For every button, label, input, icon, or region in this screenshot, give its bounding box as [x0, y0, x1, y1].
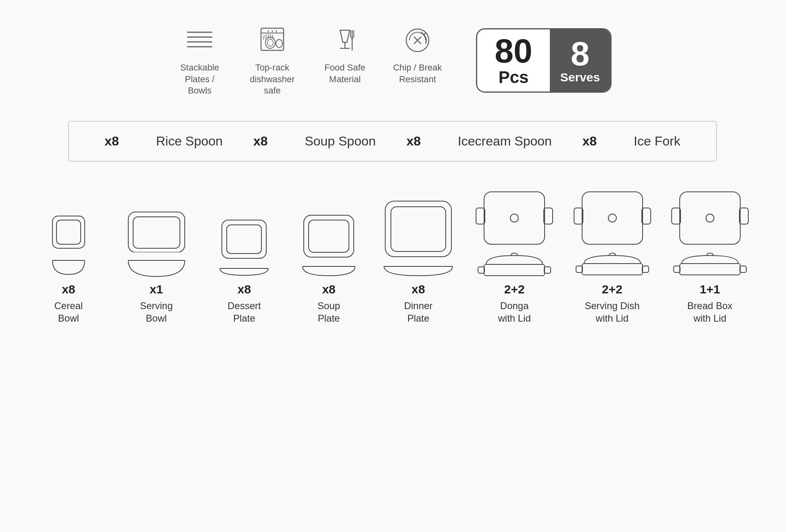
- products-section: x8 Cereal Bowl x1 Serving Bowl: [32, 186, 753, 324]
- dishwasher-icon: [256, 24, 288, 56]
- dinner-plate-name: Dinner Plate: [404, 299, 433, 324]
- svg-rect-51: [582, 264, 643, 275]
- soup-spoon-name: Soup Spoon: [305, 134, 376, 149]
- svg-rect-28: [128, 212, 185, 252]
- dessert-plate-qty: x8: [238, 283, 251, 296]
- svg-rect-46: [544, 267, 551, 273]
- ice-fork-name: Ice Fork: [634, 134, 681, 149]
- stackable-icon: [184, 24, 216, 56]
- svg-rect-59: [674, 266, 680, 272]
- feature-dishwasher: Top-rack dishwasher safe: [246, 24, 299, 97]
- product-bread-box: 1+1 Bread Box with Lid: [667, 186, 753, 324]
- svg-rect-55: [672, 208, 681, 224]
- bread-box-name: Bread Box with Lid: [687, 299, 733, 324]
- svg-rect-25: [52, 216, 85, 248]
- feature-stackable: Stackable Plates / Bowls: [173, 24, 226, 97]
- svg-point-43: [510, 214, 518, 222]
- feature-chip-break: Chip / Break Resistant: [391, 24, 444, 85]
- svg-line-13: [266, 35, 266, 39]
- serves-section: 8 Serves: [550, 29, 610, 91]
- cereal-bowl-name: Cereal Bowl: [54, 299, 83, 324]
- icecream-spoon-count: x8: [406, 134, 421, 149]
- chip-break-label: Chip / Break Resistant: [393, 62, 442, 85]
- svg-point-9: [265, 37, 275, 48]
- svg-rect-60: [740, 266, 746, 272]
- pcs-section: 80 Pcs: [477, 29, 550, 91]
- serving-bowl-illustration: [124, 208, 189, 278]
- rice-spoon-count: x8: [104, 134, 119, 149]
- product-serving-bowl: x1 Serving Bowl: [117, 208, 196, 324]
- svg-line-12: [263, 35, 264, 39]
- ice-fork-count: x8: [582, 134, 597, 149]
- svg-rect-26: [56, 220, 81, 244]
- svg-rect-48: [574, 208, 583, 224]
- features-list: Stackable Plates / Bowls: [173, 24, 444, 97]
- food-safe-label: Food Safe Material: [324, 62, 365, 85]
- rice-spoon-name: Rice Spoon: [156, 134, 223, 149]
- svg-point-50: [608, 214, 616, 222]
- svg-rect-32: [227, 225, 261, 254]
- stackable-label: Stackable Plates / Bowls: [173, 62, 226, 97]
- svg-rect-52: [576, 266, 582, 272]
- donga-illustration: [474, 186, 555, 278]
- svg-rect-35: [309, 220, 349, 252]
- svg-rect-54: [680, 192, 740, 244]
- svg-rect-49: [642, 208, 651, 224]
- cereal-bowl-qty: x8: [62, 283, 75, 296]
- svg-line-16: [272, 35, 273, 39]
- page: Stackable Plates / Bowls: [0, 0, 785, 532]
- product-serving-dish: 2+2 Serving Dish with Lid: [569, 186, 655, 324]
- svg-rect-40: [484, 192, 545, 244]
- serving-dish-illustration: [572, 186, 653, 278]
- svg-point-10: [267, 39, 273, 46]
- svg-rect-47: [582, 192, 643, 244]
- svg-rect-45: [478, 267, 484, 273]
- svg-rect-53: [642, 266, 649, 272]
- product-dinner-plate: x8 Dinner Plate: [377, 198, 459, 324]
- svg-rect-42: [544, 208, 553, 224]
- svg-rect-41: [476, 208, 485, 224]
- serving-dish-qty: 2+2: [602, 283, 622, 296]
- feature-food-safe: Food Safe Material: [319, 24, 371, 85]
- items-row: x8 Rice Spoon x8 Soup Spoon x8 Icecream …: [68, 121, 716, 162]
- serves-label: Serves: [560, 71, 600, 84]
- dessert-plate-name: Dessert Plate: [228, 299, 261, 324]
- svg-rect-56: [739, 208, 748, 224]
- svg-rect-44: [484, 264, 545, 276]
- soup-plate-name: Soup Plate: [317, 299, 340, 324]
- soup-plate-qty: x8: [322, 283, 335, 296]
- dinner-plate-illustration: [382, 198, 455, 278]
- cereal-bowl-illustration: [46, 212, 91, 278]
- icecream-spoon-name: Icecream Spoon: [458, 134, 552, 149]
- dinner-plate-qty: x8: [411, 283, 425, 296]
- svg-rect-34: [304, 215, 354, 257]
- svg-line-15: [270, 35, 271, 39]
- svg-rect-58: [680, 264, 740, 275]
- dessert-plate-illustration: [218, 216, 270, 278]
- product-soup-plate: x8 Soup Plate: [292, 212, 365, 324]
- serves-badge: 80 Pcs 8 Serves: [476, 28, 612, 93]
- donga-name: Donga with Lid: [498, 299, 531, 324]
- product-dessert-plate: x8 Dessert Plate: [208, 216, 281, 324]
- serves-number: 8: [571, 37, 590, 71]
- products-grid: x8 Cereal Bowl x1 Serving Bowl: [32, 186, 753, 324]
- svg-point-57: [706, 214, 714, 222]
- food-safe-icon: [329, 24, 361, 56]
- svg-rect-29: [133, 217, 180, 248]
- serving-bowl-name: Serving Bowl: [140, 299, 173, 324]
- bread-box-qty: 1+1: [699, 283, 720, 296]
- serving-dish-name: Serving Dish with Lid: [585, 299, 639, 324]
- donga-qty: 2+2: [504, 283, 525, 296]
- bread-box-illustration: [670, 186, 750, 278]
- soup-plate-illustration: [301, 212, 357, 278]
- pcs-number: 80: [495, 34, 532, 68]
- dishwasher-label: Top-rack dishwasher safe: [246, 62, 299, 97]
- soup-spoon-count: x8: [253, 134, 268, 149]
- serving-bowl-qty: x1: [150, 283, 163, 296]
- pcs-label: Pcs: [499, 68, 529, 87]
- svg-rect-38: [391, 207, 446, 251]
- product-cereal-bowl: x8 Cereal Bowl: [32, 212, 105, 324]
- svg-rect-37: [385, 201, 451, 257]
- top-section: Stackable Plates / Bowls: [32, 24, 753, 97]
- chip-break-icon: [401, 24, 434, 56]
